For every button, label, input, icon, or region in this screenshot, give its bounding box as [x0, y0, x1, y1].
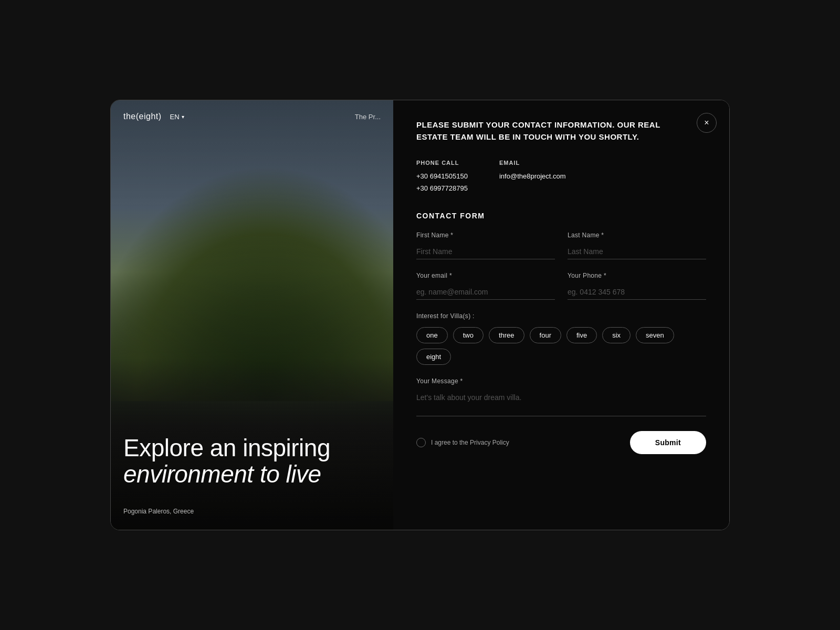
contact-row: Your email * Your Phone *: [416, 272, 706, 300]
villa-chip-seven[interactable]: seven: [636, 327, 674, 343]
villa-chip-two[interactable]: two: [453, 327, 484, 343]
phone-field-input[interactable]: [568, 285, 706, 300]
email-field-group: Your email *: [416, 272, 555, 300]
email-field-label: Your email *: [416, 272, 555, 279]
phone-field-label: Your Phone *: [568, 272, 706, 279]
phone-col: PHONE CALL +30 6941505150 +30 6997728795: [416, 160, 468, 195]
email-col: EMAIL info@the8project.com: [499, 160, 566, 195]
first-name-label: First Name *: [416, 232, 555, 239]
villa-chip-six[interactable]: six: [602, 327, 631, 343]
phone-label: PHONE CALL: [416, 160, 468, 166]
left-panel: the(eight) EN ▾ The Pr... Explore an ins…: [111, 100, 393, 530]
message-section: Your Message *: [416, 377, 706, 418]
first-name-group: First Name *: [416, 232, 555, 259]
hero-line-1: Explore an inspiring: [123, 434, 330, 461]
hero-text: Explore an inspiring environment to live: [123, 435, 381, 488]
contact-form-title: CONTACT FORM: [416, 212, 706, 220]
villa-chip-four[interactable]: four: [530, 327, 561, 343]
main-window: the(eight) EN ▾ The Pr... Explore an ins…: [110, 100, 730, 530]
lang-selector[interactable]: EN ▾: [170, 113, 184, 121]
nav-bar: the(eight) EN ▾ The Pr...: [111, 100, 393, 133]
lang-label: EN: [170, 113, 180, 121]
chevron-down-icon: ▾: [182, 114, 184, 120]
last-name-input[interactable]: [568, 244, 706, 259]
privacy-checkbox[interactable]: [416, 438, 426, 447]
privacy-text: I agree to the Privacy Policy: [431, 439, 509, 446]
form-footer: I agree to the Privacy Policy Submit: [416, 431, 706, 454]
email-field-input[interactable]: [416, 285, 555, 300]
last-name-group: Last Name *: [568, 232, 706, 259]
right-panel: × PLEASE SUBMIT YOUR CONTACT INFORMATION…: [393, 100, 729, 530]
location-tag: Pogonia Paleros, Greece: [123, 508, 194, 515]
villa-chip-five[interactable]: five: [566, 327, 597, 343]
villa-chip-three[interactable]: three: [489, 327, 524, 343]
privacy-label[interactable]: I agree to the Privacy Policy: [416, 438, 509, 447]
contact-info: PHONE CALL +30 6941505150 +30 6997728795…: [416, 160, 706, 195]
close-button[interactable]: ×: [697, 113, 717, 133]
intro-text: PLEASE SUBMIT YOUR CONTACT INFORMATION. …: [416, 119, 689, 143]
close-icon: ×: [704, 118, 709, 128]
hero-line-2: environment to live: [123, 460, 321, 488]
nav-link[interactable]: The Pr...: [355, 113, 381, 121]
villa-chip-one[interactable]: one: [416, 327, 448, 343]
message-label: Your Message *: [416, 377, 706, 385]
logo: the(eight): [123, 112, 162, 121]
message-input[interactable]: [416, 390, 706, 416]
submit-button[interactable]: Submit: [630, 431, 706, 454]
email-address: info@the8project.com: [499, 172, 566, 180]
name-row: First Name * Last Name *: [416, 232, 706, 259]
phone-number-2: +30 6997728795: [416, 184, 468, 192]
phone-number-1: +30 6941505150: [416, 172, 468, 180]
villa-section: Interest for Villa(s) : onetwothreefourf…: [416, 312, 706, 365]
email-label: EMAIL: [499, 160, 566, 166]
villa-interest-label: Interest for Villa(s) :: [416, 312, 706, 320]
phone-field-group: Your Phone *: [568, 272, 706, 300]
last-name-label: Last Name *: [568, 232, 706, 239]
villa-chip-eight[interactable]: eight: [416, 349, 451, 365]
villa-chips: onetwothreefourfivesixseveneight: [416, 327, 706, 365]
first-name-input[interactable]: [416, 244, 555, 259]
